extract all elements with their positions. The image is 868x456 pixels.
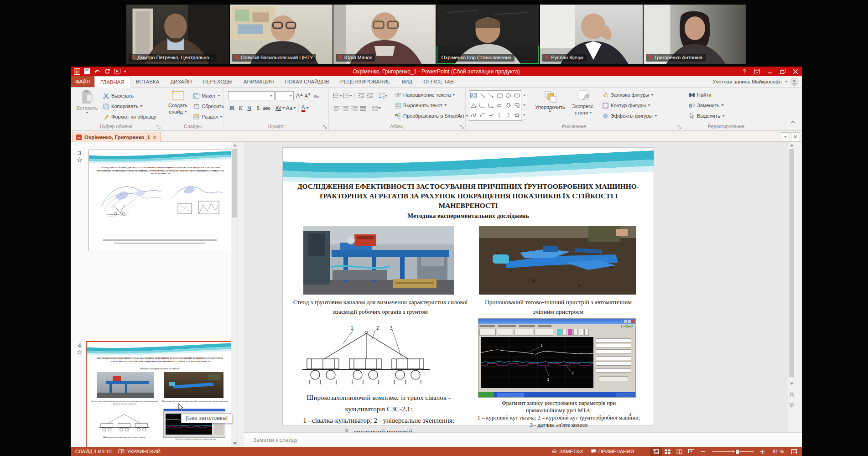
close-button[interactable] — [789, 67, 802, 76]
shape-fill-button[interactable]: Заливка фигуры — [602, 90, 654, 99]
columns-button[interactable] — [372, 104, 381, 113]
slide-scrollbar[interactable] — [788, 142, 795, 432]
thumbnail-slide-3[interactable]: ОГЛЯД ЛІТЕРАТУРНИХ ДЖЕРЕЛ ТА ПАТЕНТНО-ІН… — [88, 150, 232, 251]
section-button[interactable]: Раздел — [193, 112, 223, 121]
new-slide-button[interactable]: Создать слайд — [166, 90, 190, 114]
restore-button[interactable] — [776, 67, 789, 76]
redo-icon[interactable] — [104, 68, 110, 75]
video-tile[interactable]: Олексій Васильковський ЦНТУ — [230, 5, 333, 64]
font-size-combo[interactable] — [275, 91, 294, 100]
underline-button[interactable]: Ч — [245, 104, 253, 113]
comments-toggle-button[interactable]: ПРИМЕЧАНИЯ — [587, 447, 638, 456]
tab-transitions[interactable]: ПЕРЕХОДЫ — [198, 76, 238, 87]
shape-outline-button[interactable]: Контур фигуры — [602, 101, 650, 110]
tab-home[interactable]: ГЛАВНАЯ — [94, 76, 130, 88]
bullets-button[interactable] — [333, 92, 342, 100]
slide-sorter-view-button[interactable] — [662, 447, 674, 456]
scroll-up-icon[interactable]: ▲ — [521, 90, 527, 100]
next-slide-icon[interactable] — [789, 402, 795, 408]
dialog-launcher-icon[interactable] — [156, 124, 161, 129]
shape-elbow-arrow-icon[interactable] — [487, 101, 495, 110]
select-button[interactable]: Выделить — [688, 111, 725, 120]
language-indicator[interactable]: УКРАИНСКИЙ — [127, 449, 161, 454]
align-text-button[interactable]: Выровнять текст — [395, 101, 447, 110]
increase-indent-button[interactable] — [366, 92, 374, 100]
justify-button[interactable] — [359, 104, 367, 113]
undo-icon[interactable] — [94, 68, 100, 75]
shape-elbow-icon[interactable] — [478, 101, 486, 110]
shape-curve-icon[interactable] — [487, 110, 495, 120]
photo-hitch-device[interactable] — [479, 226, 636, 295]
text-shadow-button[interactable]: S — [254, 104, 262, 113]
fit-slide-button[interactable] — [788, 447, 800, 456]
dialog-launcher-icon[interactable] — [460, 124, 464, 129]
align-right-button[interactable] — [350, 104, 358, 113]
cut-button[interactable]: Вырезать — [103, 91, 134, 100]
video-tile[interactable]: Юрій Мачок — [333, 5, 436, 64]
photo-soil-channel-stand[interactable] — [303, 226, 454, 295]
shape-left-brace-icon[interactable] — [495, 110, 504, 120]
scroll-down-icon[interactable] — [232, 440, 238, 446]
thumbnail-scrollbar[interactable] — [231, 142, 238, 447]
ribbon-display-options-button[interactable] — [751, 67, 764, 76]
align-left-button[interactable] — [333, 104, 341, 113]
lcard-software-screenshot[interactable]: L-Card — [478, 318, 636, 398]
customize-qat-caret-icon[interactable] — [124, 71, 126, 73]
font-color-button[interactable]: А — [301, 104, 309, 113]
decrease-indent-button[interactable] — [357, 92, 365, 100]
close-tab-icon[interactable] — [153, 135, 156, 139]
font-name-combo[interactable] — [228, 91, 275, 100]
shapes-gallery-scrollbar[interactable]: ▲ ▼ ▼ — [521, 90, 527, 120]
tab-insert[interactable]: ВСТАВКА — [130, 76, 165, 87]
align-center-button[interactable] — [342, 104, 349, 113]
reset-button[interactable]: Сбросить — [193, 102, 224, 111]
slide-canvas[interactable]: ДОСЛІДЖЕННЯ ЕФЕКТИВНОСТІ ЗАСТОСУВАННЯ ПР… — [283, 148, 654, 425]
character-spacing-button[interactable]: AV — [275, 104, 285, 113]
clear-formatting-button[interactable]: A — [312, 92, 320, 100]
arrange-button[interactable]: Упорядочить — [533, 90, 567, 113]
tab-slideshow[interactable]: ПОКАЗ СЛАЙДОВ — [279, 76, 334, 87]
shape-block-arrow-down-icon[interactable] — [504, 101, 512, 110]
shape-block-arrow-right-icon[interactable] — [495, 101, 504, 110]
reading-view-button[interactable] — [674, 447, 686, 456]
bold-button[interactable]: Ж — [228, 104, 236, 113]
quick-styles-button[interactable]: Экспресс- стили — [568, 90, 598, 115]
tab-animations[interactable]: АНИМАЦИЯ — [238, 76, 280, 87]
tab-review[interactable]: РЕЦЕНЗИРОВАНИЕ — [335, 76, 396, 87]
find-button[interactable]: Найти — [688, 90, 711, 99]
shape-arrow-icon[interactable] — [487, 91, 495, 100]
gallery-more-icon[interactable]: ▼ — [521, 110, 527, 120]
notes-toggle-button[interactable]: ЗАМЕТКИ — [548, 447, 587, 456]
thumbnail-slide-4-selected[interactable]: ДОСЛІДЖЕННЯ ЕФЕКТИВНОСТІ ЗАСТОСУВАННЯ ПР… — [86, 341, 234, 447]
shape-arc-icon[interactable] — [478, 110, 486, 120]
scroll-down-icon[interactable]: ▼ — [521, 100, 527, 110]
tab-list-dropdown-button[interactable] — [781, 132, 790, 141]
scroll-down-icon[interactable] — [789, 381, 795, 387]
italic-button[interactable]: К — [237, 104, 244, 113]
scroll-up-icon[interactable] — [789, 142, 795, 148]
zoom-in-button[interactable] — [757, 447, 769, 456]
start-slideshow-icon[interactable] — [114, 68, 120, 75]
replace-button[interactable]: abac Заменить — [688, 101, 724, 110]
shape-rectangle-icon[interactable] — [495, 91, 504, 100]
line-spacing-button[interactable] — [379, 92, 388, 100]
document-tab[interactable]: P Охріменко, Григоренко_1 — [72, 132, 161, 142]
shape-triangle-icon[interactable] — [469, 101, 478, 110]
previous-slide-icon[interactable] — [789, 392, 795, 398]
zoom-slider-thumb[interactable] — [735, 449, 739, 455]
strikethrough-button[interactable]: abc — [263, 104, 270, 113]
grow-font-button[interactable]: А — [296, 92, 303, 100]
shape-effects-button[interactable]: Эффекты фигуры — [602, 111, 657, 120]
layout-button[interactable]: Макет — [193, 91, 220, 100]
tab-office-tab[interactable]: OFFICE TAB — [418, 76, 459, 87]
shape-corner-icon[interactable] — [513, 101, 521, 110]
account-menu[interactable]: Учетная запись Майкрософт — [712, 76, 802, 87]
tab-file[interactable]: ФАЙЛ — [71, 76, 94, 87]
scroll-up-icon[interactable] — [232, 142, 238, 148]
notes-pane[interactable]: Заметки к слайду — [244, 432, 802, 447]
tab-view[interactable]: ВИД — [396, 76, 418, 87]
shape-rounded-rect-icon[interactable] — [513, 91, 521, 100]
scrollbar-thumb[interactable] — [232, 149, 237, 218]
shapes-gallery[interactable]: A — [469, 90, 522, 121]
shape-star-icon[interactable] — [513, 110, 521, 120]
